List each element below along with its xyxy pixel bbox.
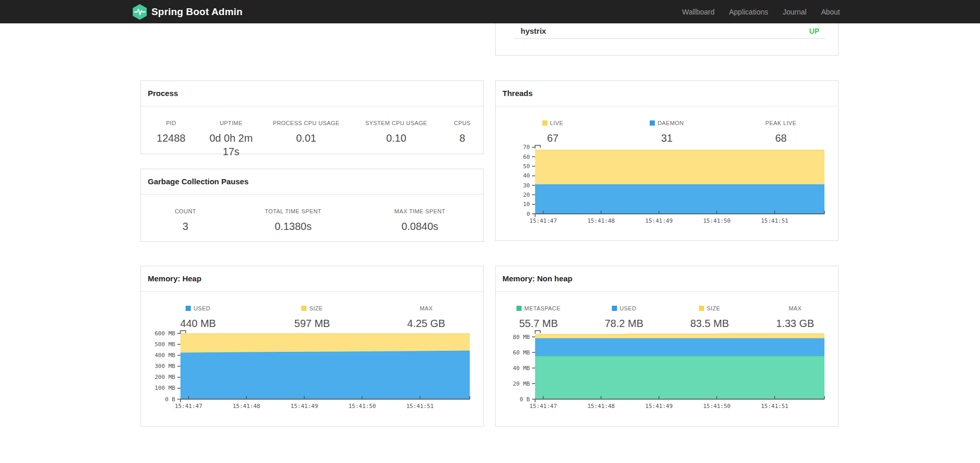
- svg-text:100 MB: 100 MB: [155, 385, 175, 391]
- svg-text:0: 0: [526, 211, 530, 217]
- memory-nonheap-chart: 0 B20 MB40 MB60 MB80 MB15:41:4715:41:481…: [496, 326, 838, 416]
- live-legend-swatch-icon: [542, 120, 548, 126]
- svg-text:60: 60: [523, 154, 530, 160]
- svg-text:15:41:51: 15:41:51: [761, 403, 789, 410]
- application-name[interactable]: hystrix: [521, 26, 546, 35]
- svg-text:70: 70: [523, 144, 530, 151]
- svg-text:15:41:47: 15:41:47: [175, 403, 202, 410]
- svg-text:400 MB: 400 MB: [155, 352, 175, 359]
- svg-text:80 MB: 80 MB: [513, 334, 530, 341]
- used-legend-swatch-icon: [612, 306, 617, 311]
- svg-text:15:41:51: 15:41:51: [761, 217, 789, 224]
- memory-nonheap-panel-title: Memory: Non heap: [496, 266, 838, 292]
- metric-system-cpu-usage: SYSTEM CPU USAGE 0.10: [351, 120, 441, 158]
- svg-text:15:41:49: 15:41:49: [645, 403, 673, 410]
- metric-gc-count: COUNT 3: [141, 208, 230, 233]
- svg-text:15:41:47: 15:41:47: [529, 217, 557, 224]
- svg-text:50: 50: [523, 163, 530, 170]
- process-metrics: PID 12488 UPTIME 0d 0h 2m 17s PROCESS CP…: [141, 106, 483, 158]
- nav-item-wallboard[interactable]: Wallboard: [675, 0, 722, 23]
- svg-text:600 MB: 600 MB: [155, 330, 175, 337]
- brand-link[interactable]: Spring Boot Admin: [133, 0, 243, 23]
- process-panel-title: Process: [141, 81, 483, 106]
- metric-pid: PID 12488: [141, 120, 201, 158]
- svg-text:200 MB: 200 MB: [155, 374, 175, 380]
- size-legend-swatch-icon: [699, 306, 704, 311]
- brand-title: Spring Boot Admin: [151, 6, 243, 18]
- status-badge: UP: [809, 27, 819, 35]
- daemon-legend-swatch-icon: [650, 120, 655, 126]
- svg-text:15:41:48: 15:41:48: [587, 217, 615, 224]
- svg-text:15:41:47: 15:41:47: [529, 403, 557, 410]
- svg-text:20 MB: 20 MB: [513, 380, 530, 387]
- svg-text:0 B: 0 B: [165, 396, 175, 403]
- svg-text:15:41:51: 15:41:51: [407, 403, 434, 410]
- navbar: Spring Boot Admin Wallboard Applications…: [0, 0, 980, 23]
- threads-legend: LIVE 67 DAEMON 31 PEAK LIVE 68: [496, 106, 838, 145]
- metaspace-legend-swatch-icon: [516, 306, 522, 311]
- metric-process-cpu-usage: PROCESS CPU USAGE 0.01: [261, 120, 352, 158]
- size-legend-swatch-icon: [301, 306, 306, 311]
- memory-heap-chart: 0 B100 MB200 MB300 MB400 MB500 MB600 MB1…: [142, 326, 483, 416]
- svg-text:15:41:50: 15:41:50: [703, 217, 731, 224]
- process-panel: Process PID 12488 UPTIME 0d 0h 2m 17s PR…: [141, 80, 484, 154]
- svg-text:15:41:48: 15:41:48: [233, 403, 260, 410]
- svg-text:15:41:49: 15:41:49: [645, 217, 673, 224]
- threads-chart: 01020304050607015:41:4715:41:4815:41:491…: [496, 141, 838, 230]
- svg-text:20: 20: [523, 192, 530, 198]
- threads-panel: Threads LIVE 67 DAEMON 31 PEAK LIVE 68 0…: [495, 80, 838, 241]
- svg-text:40 MB: 40 MB: [513, 365, 530, 372]
- memory-heap-panel-title: Memory: Heap: [141, 266, 483, 292]
- threads-panel-title: Threads: [496, 81, 838, 106]
- nav-item-about[interactable]: About: [814, 0, 847, 23]
- metric-uptime: UPTIME 0d 0h 2m 17s: [201, 120, 261, 158]
- nav-item-applications[interactable]: Applications: [722, 0, 776, 23]
- svg-text:0 B: 0 B: [520, 396, 530, 403]
- nav-item-journal[interactable]: Journal: [775, 0, 814, 23]
- svg-text:15:41:48: 15:41:48: [587, 403, 615, 410]
- memory-heap-panel: Memory: Heap USED 440 MB SIZE 597 MB MAX…: [141, 266, 484, 427]
- gc-panel-title: Garbage Collection Pauses: [141, 169, 483, 195]
- svg-text:15:41:50: 15:41:50: [703, 403, 731, 410]
- spring-boot-admin-logo-icon: [133, 4, 147, 20]
- nav-links: Wallboard Applications Journal About: [675, 0, 847, 23]
- svg-text:300 MB: 300 MB: [155, 363, 175, 370]
- gc-metrics: COUNT 3 TOTAL TIME SPENT 0.1380s MAX TIM…: [141, 195, 483, 233]
- metric-gc-max-time: MAX TIME SPENT 0.0840s: [357, 208, 483, 233]
- nonheap-legend: METASPACE 55.7 MB USED 78.2 MB SIZE 83.5…: [496, 292, 838, 330]
- gc-panel: Garbage Collection Pauses COUNT 3 TOTAL …: [141, 169, 484, 242]
- applications-panel: hystrix UP: [495, 23, 838, 56]
- used-legend-swatch-icon: [186, 306, 191, 311]
- svg-text:10: 10: [523, 201, 530, 208]
- svg-text:15:41:50: 15:41:50: [348, 403, 376, 410]
- application-row: hystrix UP: [514, 23, 825, 39]
- svg-text:15:41:49: 15:41:49: [290, 403, 318, 410]
- svg-text:500 MB: 500 MB: [155, 341, 175, 348]
- metric-gc-total-time: TOTAL TIME SPENT 0.1380s: [230, 208, 356, 233]
- svg-text:40: 40: [523, 172, 530, 179]
- metric-cpus: CPUS 8: [441, 120, 483, 158]
- svg-text:60 MB: 60 MB: [513, 349, 530, 356]
- heap-legend: USED 440 MB SIZE 597 MB MAX 4.25 GB: [141, 292, 483, 330]
- svg-text:30: 30: [523, 182, 530, 189]
- memory-nonheap-panel: Memory: Non heap METASPACE 55.7 MB USED …: [495, 266, 838, 427]
